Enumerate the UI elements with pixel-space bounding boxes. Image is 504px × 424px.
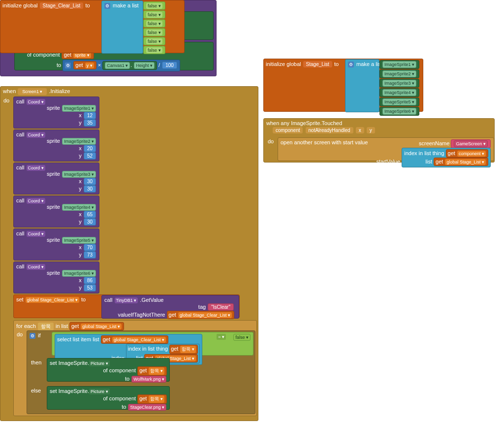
call-coord[interactable]: call Coordsprite ImageSprite3x 30y 30	[13, 163, 99, 195]
init-clear-list[interactable]: initialize global Stage_Clear_List to ma…	[0, 0, 185, 53]
gear-icon[interactable]	[348, 62, 354, 67]
if-block[interactable]: if select list item list get global Stag…	[27, 330, 255, 414]
when-touched[interactable]: when any ImageSprite.Touched component n…	[263, 118, 495, 163]
set-clear-list[interactable]: set global Stage_Clear_List to call Tiny…	[13, 294, 240, 318]
call-coord[interactable]: call Coordsprite ImageSprite4x 65y 30	[13, 196, 99, 228]
gear-icon[interactable]	[30, 333, 35, 339]
foreach[interactable]: for each 항목 in list get global Stage_Lis…	[13, 320, 257, 416]
gear-icon[interactable]	[104, 3, 110, 9]
call-coord[interactable]: call Coordsprite ImageSprite6x 86y 53	[13, 261, 99, 294]
call-coord[interactable]: call Coordsprite ImageSprite5x 70y 73	[13, 228, 99, 261]
when-screen-init[interactable]: when Screen1 .Initialize do call Coordsp…	[0, 86, 258, 421]
gear-icon[interactable]	[65, 63, 71, 68]
init-stage-list[interactable]: initialize global Stage_List to make a l…	[263, 59, 423, 112]
math-y[interactable]: get y × Canvas1. Height / 100	[63, 60, 180, 71]
call-coord[interactable]: call Coordsprite ImageSprite2x 20y 52	[13, 130, 99, 162]
set-pic-then[interactable]: set ImageSprite.Picture of component get…	[47, 358, 170, 382]
screen-dd[interactable]: Screen1	[18, 88, 47, 95]
set-pic-else[interactable]: set ImageSprite.Picture of component get…	[47, 386, 170, 410]
call-coord[interactable]: call Coordsprite ImageSprite1x 12y 35	[13, 97, 99, 129]
